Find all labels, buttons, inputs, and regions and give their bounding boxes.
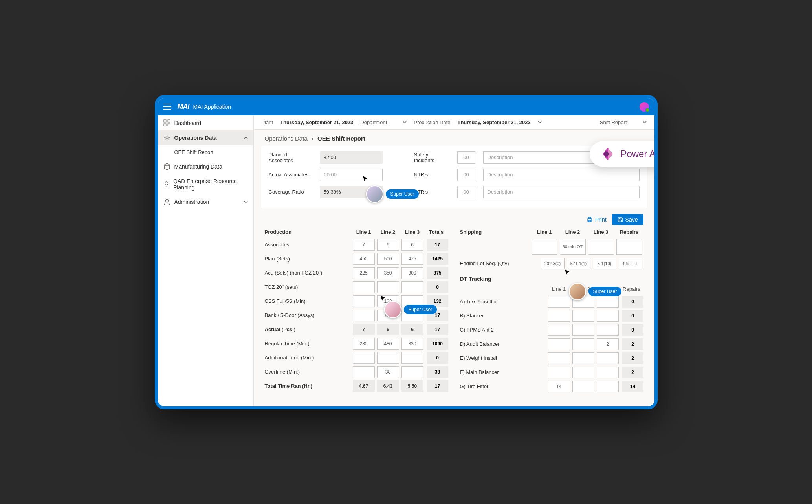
- shipping-cell[interactable]: [588, 239, 614, 255]
- data-cell[interactable]: [597, 296, 619, 308]
- data-cell[interactable]: [572, 367, 594, 378]
- total-cell: 2: [622, 338, 643, 350]
- data-cell[interactable]: [597, 381, 619, 392]
- data-cell[interactable]: 38: [377, 366, 399, 378]
- print-icon: [587, 216, 593, 223]
- data-cell[interactable]: 14: [548, 381, 570, 392]
- data-cell[interactable]: 500: [377, 253, 399, 265]
- data-cell[interactable]: [401, 366, 423, 378]
- col-header: Repairs: [620, 286, 643, 292]
- sidebar-item-manufacturing[interactable]: Manufacturing Data: [158, 159, 253, 174]
- data-cell[interactable]: [572, 296, 594, 308]
- department-dropdown[interactable]: Department: [360, 119, 407, 125]
- data-cell[interactable]: [353, 352, 375, 364]
- data-cell[interactable]: 330: [401, 338, 423, 350]
- sidebar-item-admin[interactable]: Administration: [158, 194, 253, 209]
- shift-dropdown[interactable]: Shift Report: [600, 119, 647, 125]
- top-bar: MAI MAI Application: [158, 98, 654, 115]
- cube-icon: [163, 163, 170, 170]
- data-cell[interactable]: [353, 281, 375, 293]
- data-cell[interactable]: [401, 352, 423, 364]
- data-cell[interactable]: 350: [377, 267, 399, 279]
- data-cell[interactable]: [548, 338, 570, 350]
- bulb-icon: [163, 181, 169, 188]
- data-cell[interactable]: [548, 310, 570, 322]
- data-cell[interactable]: [353, 310, 375, 321]
- shipping-cell[interactable]: [616, 239, 642, 255]
- actual-associates-input[interactable]: 00.00: [320, 169, 383, 181]
- safety-count-input[interactable]: 00: [457, 151, 475, 164]
- shipping-cell[interactable]: 60 min OT: [560, 239, 586, 255]
- profile-avatar[interactable]: [640, 102, 649, 112]
- ending-cell[interactable]: 202-3(0): [541, 258, 565, 269]
- hamburger-icon[interactable]: [163, 104, 171, 110]
- powerapps-icon: [601, 147, 615, 161]
- data-cell[interactable]: 7: [353, 239, 375, 251]
- data-cell[interactable]: [597, 352, 619, 364]
- data-cell[interactable]: [353, 366, 375, 378]
- ending-cell[interactable]: 571-1(1): [567, 258, 590, 269]
- table-row: B) Stacker0: [460, 310, 643, 322]
- dtrs-desc-input[interactable]: Description: [483, 186, 640, 198]
- data-cell[interactable]: 280: [353, 338, 375, 350]
- table-row: Actual (Pcs.)76617: [265, 324, 448, 335]
- data-cell[interactable]: 225: [353, 267, 375, 279]
- data-cell[interactable]: [353, 295, 375, 307]
- data-cell[interactable]: [597, 367, 619, 378]
- table-row: A) Tire Presetter0: [460, 296, 643, 308]
- data-cell[interactable]: [548, 324, 570, 336]
- data-cell[interactable]: 480: [377, 338, 399, 350]
- save-button[interactable]: Save: [612, 214, 643, 225]
- data-cell[interactable]: [548, 367, 570, 378]
- dtrs-count-input[interactable]: 00: [457, 186, 475, 198]
- data-cell[interactable]: [597, 310, 619, 322]
- data-cell[interactable]: 300: [401, 267, 423, 279]
- chevron-down-icon[interactable]: [538, 120, 542, 124]
- table-row: Associates76617: [265, 239, 448, 251]
- col-header: Line 3: [587, 229, 615, 235]
- data-cell[interactable]: [401, 295, 423, 307]
- ntrs-desc-input[interactable]: Description: [483, 169, 640, 181]
- data-cell[interactable]: 6: [401, 239, 423, 251]
- col-header: Line 3: [400, 229, 425, 235]
- data-cell[interactable]: 2: [597, 338, 619, 350]
- app-title: MAI Application: [193, 104, 231, 110]
- sidebar-item-label: QAD Enterprise Resource Planning: [173, 178, 248, 191]
- data-cell[interactable]: [548, 352, 570, 364]
- shipping-cell[interactable]: [532, 239, 557, 255]
- col-header: Line 1: [547, 286, 571, 292]
- data-cell[interactable]: [572, 381, 594, 392]
- data-cell[interactable]: [572, 352, 594, 364]
- print-button[interactable]: Print: [587, 216, 607, 223]
- data-cell[interactable]: [572, 324, 594, 336]
- data-cell[interactable]: [597, 324, 619, 336]
- sidebar-item-operations[interactable]: Operations Data: [158, 130, 253, 145]
- data-cell[interactable]: [377, 281, 399, 293]
- data-cell[interactable]: 6: [377, 239, 399, 251]
- sidebar-item-dashboard[interactable]: Dashboard: [158, 115, 253, 130]
- data-cell[interactable]: 132: [377, 295, 399, 307]
- row-label: Actual (Pcs.): [265, 326, 352, 332]
- breadcrumb-parent[interactable]: Operations Data: [265, 135, 308, 142]
- chevron-down-icon: [643, 120, 647, 124]
- row-label: CSS Full/5S (Min): [265, 298, 352, 304]
- sidebar-item-oee-report[interactable]: OEE Shift Report: [158, 145, 253, 159]
- grid-icon: [163, 119, 170, 126]
- ending-cell[interactable]: 5-1(10): [593, 258, 616, 269]
- data-cell[interactable]: [377, 352, 399, 364]
- data-cell[interactable]: [548, 296, 570, 308]
- data-cell[interactable]: [401, 310, 423, 321]
- data-cell[interactable]: [572, 310, 594, 322]
- data-cell[interactable]: 60: [377, 310, 399, 321]
- data-cell[interactable]: 475: [401, 253, 423, 265]
- sidebar-item-label: Administration: [174, 199, 209, 205]
- data-cell[interactable]: [401, 281, 423, 293]
- row-label: Overtime (Min.): [265, 369, 352, 375]
- sidebar-item-qad[interactable]: QAD Enterprise Resource Planning: [158, 174, 253, 194]
- col-header: Repairs: [615, 229, 643, 235]
- ending-cell[interactable]: 4 to ELP: [619, 258, 642, 269]
- ntrs-count-input[interactable]: 00: [457, 169, 475, 181]
- data-cell[interactable]: [572, 338, 594, 350]
- data-cell[interactable]: 450: [353, 253, 375, 265]
- data-cell: 5.50: [401, 380, 423, 392]
